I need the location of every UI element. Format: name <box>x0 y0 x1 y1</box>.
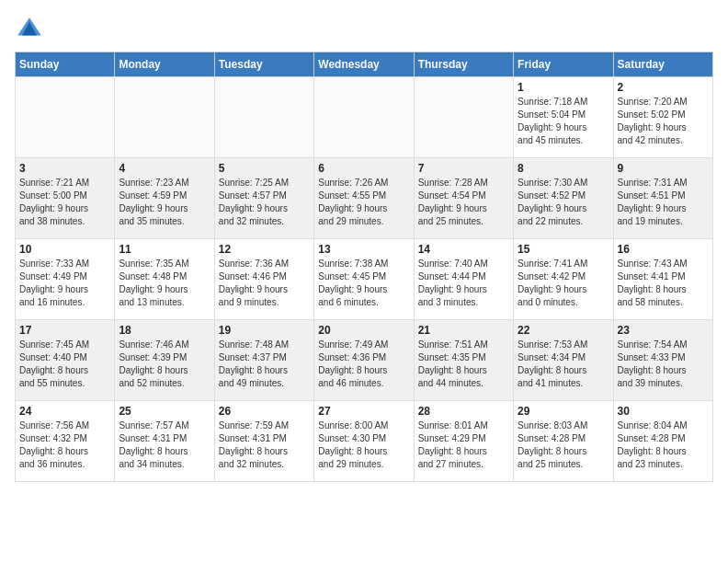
day-info: Sunrise: 7:26 AM Sunset: 4:55 PM Dayligh… <box>318 177 409 228</box>
day-info: Sunrise: 7:51 AM Sunset: 4:35 PM Dayligh… <box>418 339 509 390</box>
calendar-cell: 27Sunrise: 8:00 AM Sunset: 4:30 PM Dayli… <box>314 401 414 482</box>
day-info: Sunrise: 7:56 AM Sunset: 4:32 PM Dayligh… <box>19 419 110 471</box>
calendar-cell: 16Sunrise: 7:43 AM Sunset: 4:41 PM Dayli… <box>613 239 712 320</box>
day-info: Sunrise: 7:53 AM Sunset: 4:34 PM Dayligh… <box>518 339 609 390</box>
day-number: 13 <box>318 243 409 256</box>
header-day-thursday: Thursday <box>414 52 513 77</box>
calendar-cell: 18Sunrise: 7:46 AM Sunset: 4:39 PM Dayli… <box>115 320 214 401</box>
day-number: 26 <box>219 405 310 418</box>
day-number: 6 <box>318 162 409 175</box>
calendar-cell: 24Sunrise: 7:56 AM Sunset: 4:32 PM Dayli… <box>16 401 115 482</box>
day-number: 12 <box>219 243 310 256</box>
day-number: 4 <box>119 162 210 175</box>
day-number: 22 <box>518 324 609 337</box>
day-info: Sunrise: 7:38 AM Sunset: 4:45 PM Dayligh… <box>318 258 409 309</box>
calendar-cell: 6Sunrise: 7:26 AM Sunset: 4:55 PM Daylig… <box>314 158 414 239</box>
day-number: 18 <box>119 324 210 337</box>
day-number: 11 <box>119 243 210 256</box>
day-number: 5 <box>219 162 310 175</box>
calendar-cell <box>214 77 313 158</box>
day-info: Sunrise: 7:18 AM Sunset: 5:04 PM Dayligh… <box>518 96 609 147</box>
day-number: 8 <box>518 162 609 175</box>
header <box>15 15 713 44</box>
day-number: 16 <box>618 243 709 256</box>
day-info: Sunrise: 7:45 AM Sunset: 4:40 PM Dayligh… <box>19 339 110 390</box>
day-info: Sunrise: 7:36 AM Sunset: 4:46 PM Dayligh… <box>219 258 310 309</box>
day-number: 20 <box>318 324 409 337</box>
calendar-body: 1Sunrise: 7:18 AM Sunset: 5:04 PM Daylig… <box>16 77 713 482</box>
day-info: Sunrise: 7:31 AM Sunset: 4:51 PM Dayligh… <box>618 177 709 228</box>
calendar-cell: 2Sunrise: 7:20 AM Sunset: 5:02 PM Daylig… <box>613 77 712 158</box>
day-number: 28 <box>418 405 509 418</box>
day-info: Sunrise: 7:40 AM Sunset: 4:44 PM Dayligh… <box>418 258 509 309</box>
header-day-sunday: Sunday <box>16 52 115 77</box>
calendar-cell: 12Sunrise: 7:36 AM Sunset: 4:46 PM Dayli… <box>214 239 313 320</box>
calendar-cell: 14Sunrise: 7:40 AM Sunset: 4:44 PM Dayli… <box>414 239 513 320</box>
logo-icon <box>15 15 44 44</box>
day-number: 1 <box>518 81 609 94</box>
calendar-cell: 21Sunrise: 7:51 AM Sunset: 4:35 PM Dayli… <box>414 320 513 401</box>
calendar-cell: 8Sunrise: 7:30 AM Sunset: 4:52 PM Daylig… <box>514 158 613 239</box>
day-info: Sunrise: 7:41 AM Sunset: 4:42 PM Dayligh… <box>518 258 609 309</box>
header-day-friday: Friday <box>514 52 613 77</box>
day-info: Sunrise: 7:46 AM Sunset: 4:39 PM Dayligh… <box>119 339 210 390</box>
header-row: SundayMondayTuesdayWednesdayThursdayFrid… <box>16 52 713 77</box>
calendar-cell: 20Sunrise: 7:49 AM Sunset: 4:36 PM Dayli… <box>314 320 414 401</box>
calendar-cell: 9Sunrise: 7:31 AM Sunset: 4:51 PM Daylig… <box>613 158 712 239</box>
day-number: 24 <box>19 405 110 418</box>
day-info: Sunrise: 7:23 AM Sunset: 4:59 PM Dayligh… <box>119 177 210 228</box>
logo <box>15 15 48 44</box>
day-info: Sunrise: 7:48 AM Sunset: 4:37 PM Dayligh… <box>219 339 310 390</box>
day-number: 7 <box>418 162 509 175</box>
day-number: 21 <box>418 324 509 337</box>
day-info: Sunrise: 8:04 AM Sunset: 4:28 PM Dayligh… <box>618 419 709 471</box>
calendar-cell: 7Sunrise: 7:28 AM Sunset: 4:54 PM Daylig… <box>414 158 513 239</box>
calendar-cell: 23Sunrise: 7:54 AM Sunset: 4:33 PM Dayli… <box>613 320 712 401</box>
day-info: Sunrise: 8:01 AM Sunset: 4:29 PM Dayligh… <box>418 419 509 471</box>
day-info: Sunrise: 7:20 AM Sunset: 5:02 PM Dayligh… <box>618 96 709 147</box>
calendar-cell: 11Sunrise: 7:35 AM Sunset: 4:48 PM Dayli… <box>115 239 214 320</box>
calendar-week-3: 10Sunrise: 7:33 AM Sunset: 4:49 PM Dayli… <box>16 239 713 320</box>
calendar-header: SundayMondayTuesdayWednesdayThursdayFrid… <box>16 52 713 77</box>
calendar-week-2: 3Sunrise: 7:21 AM Sunset: 5:00 PM Daylig… <box>16 158 713 239</box>
header-day-tuesday: Tuesday <box>214 52 313 77</box>
calendar-cell: 19Sunrise: 7:48 AM Sunset: 4:37 PM Dayli… <box>214 320 313 401</box>
day-number: 27 <box>318 405 409 418</box>
day-info: Sunrise: 7:57 AM Sunset: 4:31 PM Dayligh… <box>119 419 210 471</box>
day-info: Sunrise: 8:03 AM Sunset: 4:28 PM Dayligh… <box>518 419 609 471</box>
calendar: SundayMondayTuesdayWednesdayThursdayFrid… <box>15 52 713 482</box>
day-info: Sunrise: 8:00 AM Sunset: 4:30 PM Dayligh… <box>318 419 409 471</box>
day-number: 23 <box>618 324 709 337</box>
day-number: 19 <box>219 324 310 337</box>
calendar-cell: 29Sunrise: 8:03 AM Sunset: 4:28 PM Dayli… <box>514 401 613 482</box>
day-number: 3 <box>19 162 110 175</box>
day-info: Sunrise: 7:28 AM Sunset: 4:54 PM Dayligh… <box>418 177 509 228</box>
calendar-week-1: 1Sunrise: 7:18 AM Sunset: 5:04 PM Daylig… <box>16 77 713 158</box>
calendar-cell: 5Sunrise: 7:25 AM Sunset: 4:57 PM Daylig… <box>214 158 313 239</box>
header-day-monday: Monday <box>115 52 214 77</box>
header-day-wednesday: Wednesday <box>314 52 414 77</box>
header-day-saturday: Saturday <box>613 52 712 77</box>
day-info: Sunrise: 7:30 AM Sunset: 4:52 PM Dayligh… <box>518 177 609 228</box>
calendar-cell: 1Sunrise: 7:18 AM Sunset: 5:04 PM Daylig… <box>514 77 613 158</box>
day-info: Sunrise: 7:21 AM Sunset: 5:00 PM Dayligh… <box>19 177 110 228</box>
day-info: Sunrise: 7:35 AM Sunset: 4:48 PM Dayligh… <box>119 258 210 309</box>
day-number: 15 <box>518 243 609 256</box>
calendar-week-4: 17Sunrise: 7:45 AM Sunset: 4:40 PM Dayli… <box>16 320 713 401</box>
day-info: Sunrise: 7:43 AM Sunset: 4:41 PM Dayligh… <box>618 258 709 309</box>
calendar-cell: 22Sunrise: 7:53 AM Sunset: 4:34 PM Dayli… <box>514 320 613 401</box>
day-info: Sunrise: 7:59 AM Sunset: 4:31 PM Dayligh… <box>219 419 310 471</box>
calendar-cell: 3Sunrise: 7:21 AM Sunset: 5:00 PM Daylig… <box>16 158 115 239</box>
day-number: 10 <box>19 243 110 256</box>
calendar-cell: 26Sunrise: 7:59 AM Sunset: 4:31 PM Dayli… <box>214 401 313 482</box>
day-info: Sunrise: 7:49 AM Sunset: 4:36 PM Dayligh… <box>318 339 409 390</box>
day-number: 25 <box>119 405 210 418</box>
calendar-cell: 4Sunrise: 7:23 AM Sunset: 4:59 PM Daylig… <box>115 158 214 239</box>
day-number: 30 <box>618 405 709 418</box>
calendar-cell: 28Sunrise: 8:01 AM Sunset: 4:29 PM Dayli… <box>414 401 513 482</box>
day-number: 9 <box>618 162 709 175</box>
day-info: Sunrise: 7:54 AM Sunset: 4:33 PM Dayligh… <box>618 339 709 390</box>
day-number: 17 <box>19 324 110 337</box>
calendar-cell <box>16 77 115 158</box>
calendar-cell: 10Sunrise: 7:33 AM Sunset: 4:49 PM Dayli… <box>16 239 115 320</box>
